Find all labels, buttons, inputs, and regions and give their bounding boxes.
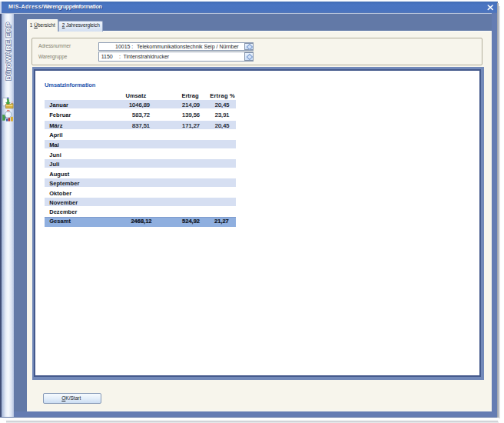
svg-text:BüroWARE ERP: BüroWARE ERP bbox=[4, 22, 12, 81]
